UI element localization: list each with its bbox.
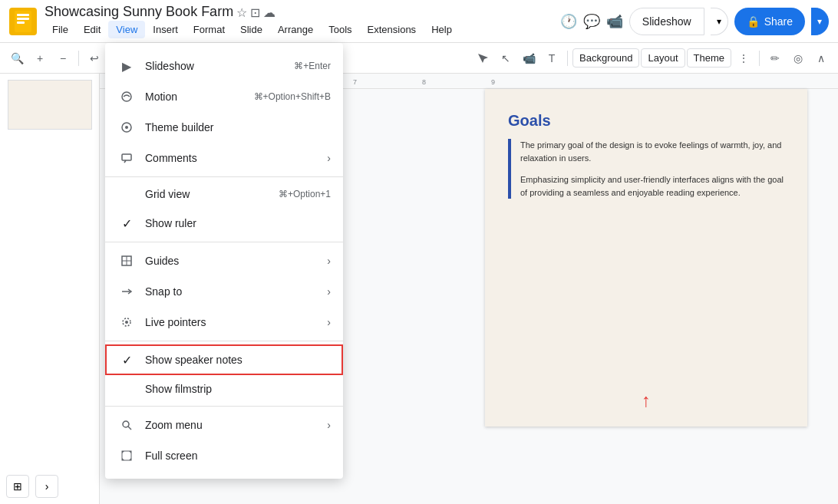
menubar: File Edit View Insert Format Slide Arran… bbox=[45, 21, 460, 38]
title-area: Showcasing Sunny Book Farm ☆ ⊡ ☁ File Ed… bbox=[45, 4, 460, 38]
history-icon[interactable]: 🕐 bbox=[560, 13, 577, 30]
text-tool[interactable]: T bbox=[541, 48, 563, 69]
slideshow-dropdown-button[interactable]: ▾ bbox=[711, 8, 728, 35]
ruler-mark-9: 9 bbox=[491, 78, 495, 86]
menu-section-3: Guides › Snap to › Live pointers › bbox=[105, 242, 343, 341]
menu-item-show-filmstrip[interactable]: Show filmstrip bbox=[105, 375, 343, 403]
separator-4 bbox=[759, 51, 760, 66]
full-screen-icon bbox=[117, 446, 136, 465]
live-pointers-label: Live pointers bbox=[145, 316, 321, 328]
pen-tool[interactable]: ✏ bbox=[764, 48, 786, 69]
comments-arrow: › bbox=[327, 152, 331, 164]
comments-icon[interactable]: 💬 bbox=[583, 13, 600, 30]
filmstrip-item[interactable] bbox=[0, 74, 99, 136]
bottom-navigation: ⊞ › bbox=[6, 475, 58, 498]
undo-button[interactable]: ↩ bbox=[84, 48, 105, 69]
separator-3 bbox=[567, 51, 568, 66]
comments-label: Comments bbox=[145, 152, 321, 164]
slideshow-button[interactable]: Slideshow bbox=[629, 8, 704, 35]
menu-help[interactable]: Help bbox=[424, 21, 460, 38]
grid-view-shortcut: ⌘+Option+1 bbox=[279, 189, 331, 199]
share-dropdown-button[interactable]: ▾ bbox=[811, 8, 829, 35]
header-right: 🕐 💬 📹 Slideshow ▾ 🔒 Share ▾ bbox=[560, 8, 829, 35]
svg-point-12 bbox=[125, 321, 128, 324]
theme-builder-label: Theme builder bbox=[145, 121, 331, 133]
presentation-slide: Goals The primary goal of the design is … bbox=[485, 89, 807, 427]
more-options-button[interactable]: ⋮ bbox=[733, 48, 754, 69]
menu-item-show-speaker-notes[interactable]: ✓ Show speaker notes bbox=[105, 344, 343, 375]
folder-icon[interactable]: ⊡ bbox=[250, 5, 260, 20]
slideshow-shortcut: ⌘+Enter bbox=[294, 61, 331, 71]
menu-slide[interactable]: Slide bbox=[233, 21, 270, 38]
zoom-in-button[interactable]: + bbox=[29, 48, 51, 69]
comments-menu-icon bbox=[117, 149, 136, 167]
svg-line-15 bbox=[128, 427, 131, 430]
separator-1 bbox=[78, 51, 79, 66]
menu-section-5: Zoom menu › Full screen bbox=[105, 407, 343, 474]
menu-item-theme-builder[interactable]: Theme builder bbox=[105, 112, 343, 143]
guides-label: Guides bbox=[145, 255, 321, 267]
slide-content: Goals The primary goal of the design is … bbox=[485, 89, 807, 222]
zoom-menu-arrow: › bbox=[327, 419, 331, 431]
share-button[interactable]: 🔒 Share bbox=[734, 8, 805, 35]
menu-section-1: ▶ Slideshow ⌘+Enter Motion ⌘+Option+Shif… bbox=[105, 48, 343, 177]
svg-point-14 bbox=[123, 421, 129, 427]
select-tool[interactable] bbox=[472, 48, 493, 69]
menu-section-4: ✓ Show speaker notes Show filmstrip bbox=[105, 341, 343, 407]
star-icon[interactable]: ☆ bbox=[236, 5, 247, 20]
menu-item-motion[interactable]: Motion ⌘+Option+Shift+B bbox=[105, 81, 343, 112]
background-button[interactable]: Background bbox=[572, 48, 639, 68]
menu-item-guides[interactable]: Guides › bbox=[105, 245, 343, 276]
snap-to-icon bbox=[117, 282, 136, 301]
slide-paragraph-1: The primary goal of the design is to evo… bbox=[520, 139, 784, 164]
menu-item-snap-to[interactable]: Snap to › bbox=[105, 276, 343, 307]
zoom-out-button[interactable]: − bbox=[52, 48, 74, 69]
camera-icon[interactable]: 📹 bbox=[606, 13, 623, 30]
motion-label: Motion bbox=[145, 91, 254, 103]
search-button[interactable]: 🔍 bbox=[6, 48, 28, 69]
live-pointers-icon bbox=[117, 313, 136, 331]
zoom-menu-icon bbox=[117, 416, 136, 434]
menu-file[interactable]: File bbox=[45, 21, 76, 38]
ruler-mark-7: 7 bbox=[353, 78, 357, 86]
show-ruler-check: ✓ bbox=[117, 214, 136, 232]
cloud-icon[interactable]: ☁ bbox=[263, 5, 275, 20]
menu-item-comments[interactable]: Comments › bbox=[105, 143, 343, 173]
next-slide-button[interactable]: › bbox=[35, 475, 58, 498]
theme-button[interactable]: Theme bbox=[687, 48, 731, 68]
menu-extensions[interactable]: Extensions bbox=[360, 21, 424, 38]
layout-button[interactable]: Layout bbox=[641, 48, 685, 68]
video-tool[interactable]: 📹 bbox=[518, 48, 539, 69]
menu-item-zoom-menu[interactable]: Zoom menu › bbox=[105, 410, 343, 440]
guides-arrow: › bbox=[327, 255, 331, 267]
slide-thumbnail bbox=[8, 80, 92, 130]
target-tool[interactable]: ◎ bbox=[787, 48, 809, 69]
pointer-tool[interactable]: ↖ bbox=[495, 48, 516, 69]
menu-item-live-pointers[interactable]: Live pointers › bbox=[105, 307, 343, 338]
menu-view[interactable]: View bbox=[108, 21, 145, 38]
menu-tools[interactable]: Tools bbox=[321, 21, 359, 38]
menu-format[interactable]: Format bbox=[186, 21, 233, 38]
menu-item-full-screen[interactable]: Full screen bbox=[105, 440, 343, 471]
view-dropdown-menu: ▶ Slideshow ⌘+Enter Motion ⌘+Option+Shif… bbox=[105, 43, 343, 479]
grid-view-button[interactable]: ⊞ bbox=[6, 475, 29, 498]
lock-icon: 🔒 bbox=[747, 15, 760, 28]
app-logo bbox=[9, 8, 37, 35]
menu-item-slideshow[interactable]: ▶ Slideshow ⌘+Enter bbox=[105, 51, 343, 81]
menu-item-grid-view[interactable]: Grid view ⌘+Option+1 bbox=[105, 180, 343, 208]
live-pointers-arrow: › bbox=[327, 316, 331, 328]
slideshow-icon: ▶ bbox=[117, 57, 136, 75]
svg-point-4 bbox=[122, 92, 131, 101]
svg-rect-3 bbox=[17, 21, 25, 24]
theme-builder-icon bbox=[117, 118, 136, 137]
zoom-menu-label: Zoom menu bbox=[145, 419, 321, 431]
doc-title: Showcasing Sunny Book Farm bbox=[45, 4, 233, 21]
svg-rect-2 bbox=[17, 18, 29, 20]
menu-arrange[interactable]: Arrange bbox=[270, 21, 321, 38]
collapse-button[interactable]: ∧ bbox=[810, 48, 832, 69]
full-screen-label: Full screen bbox=[145, 450, 331, 462]
menu-edit[interactable]: Edit bbox=[76, 21, 108, 38]
menu-insert[interactable]: Insert bbox=[145, 21, 186, 38]
menu-item-show-ruler[interactable]: ✓ Show ruler bbox=[105, 208, 343, 239]
menu-section-2: Grid view ⌘+Option+1 ✓ Show ruler bbox=[105, 177, 343, 242]
